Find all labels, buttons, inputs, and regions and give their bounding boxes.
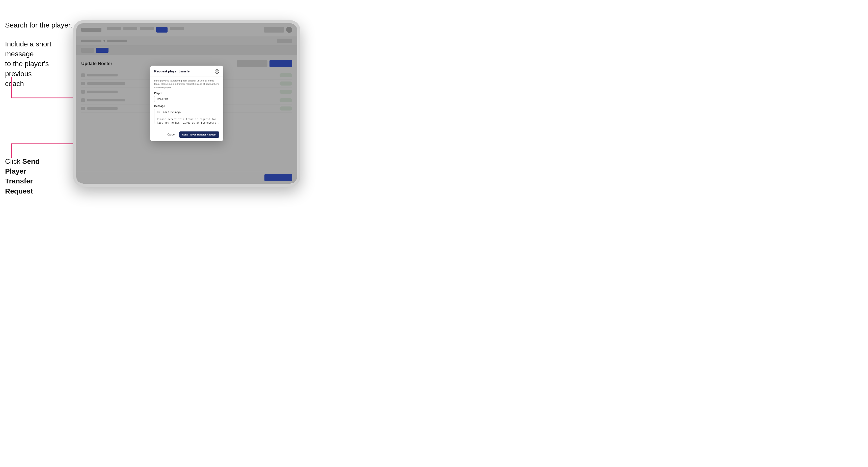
- modal-overlay: Request player transfer ✕ If the player …: [76, 23, 297, 184]
- modal-close-button[interactable]: ✕: [215, 69, 219, 74]
- tablet-screen: Update Roster: [76, 23, 297, 184]
- modal-title: Request player transfer: [154, 69, 191, 73]
- annotation-search-text: Search for the player.: [5, 20, 72, 30]
- message-textarea[interactable]: Hi Coach McHarg, Please accept this tran…: [154, 109, 219, 124]
- message-field-label: Message: [154, 105, 219, 107]
- cancel-button[interactable]: Cancel: [165, 132, 177, 137]
- send-transfer-request-button[interactable]: Send Player Transfer Request: [179, 131, 219, 138]
- modal-header: Request player transfer ✕: [150, 66, 223, 76]
- player-search-input[interactable]: [154, 96, 219, 102]
- annotation-click-text: Click Send PlayerTransfer Request: [5, 156, 61, 196]
- player-field-label: Player: [154, 92, 219, 95]
- annotation-message-text: Include a short messageto the player's p…: [5, 39, 71, 89]
- tablet-device: Update Roster: [73, 20, 300, 187]
- modal-description: If the player is transferring from anoth…: [154, 79, 219, 89]
- modal-body: If the player is transferring from anoth…: [150, 76, 223, 132]
- request-transfer-modal: Request player transfer ✕ If the player …: [150, 66, 223, 142]
- modal-footer: Cancel Send Player Transfer Request: [150, 131, 223, 141]
